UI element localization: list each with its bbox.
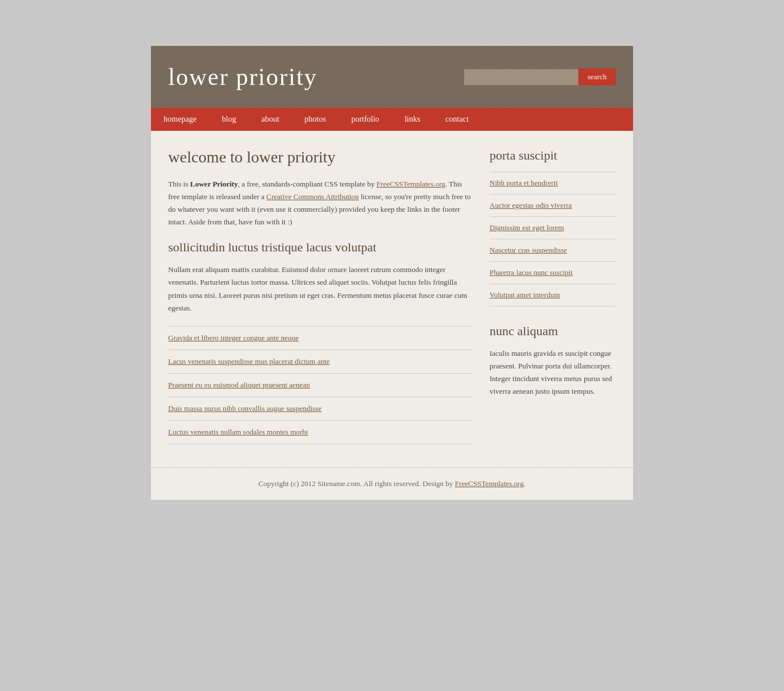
sidebar-link-list: Nibh porta et hendrerit Auctor egestas o…: [490, 172, 616, 306]
intro-text: This is Lower Priority, a free, standard…: [168, 178, 472, 228]
list-item: Gravida et libero integer congue ante ne…: [168, 326, 472, 350]
nav-about[interactable]: about: [249, 108, 292, 131]
list-item: Lacus venenatis suspendisse mus placerat…: [168, 350, 472, 373]
sidebar-section1-title: porta suscipit: [490, 148, 616, 163]
intro-text2: , a free, standards-compliant CSS templa…: [238, 180, 377, 188]
footer-freecss-link[interactable]: FreeCSSTemplates.org: [455, 479, 524, 488]
main-link-1[interactable]: Lacus venenatis suspendisse mus placerat…: [168, 357, 330, 366]
sidebar: porta suscipit Nibh porta et hendrerit A…: [490, 148, 616, 450]
list-item: Duis massa purus nibh convallis augue su…: [168, 397, 472, 420]
site-footer: Copyright (c) 2012 Sitename.com. All rig…: [151, 467, 633, 500]
nav-portfolio[interactable]: portfolio: [339, 108, 392, 131]
body-text: Nullam erat aliquam mattis curabitur. Eu…: [168, 263, 472, 314]
main-link-0[interactable]: Gravida et libero integer congue ante ne…: [168, 333, 298, 342]
nav-photos[interactable]: photos: [292, 108, 339, 131]
creative-commons-link[interactable]: Creative Commons Attribution: [266, 192, 359, 201]
nav-contact[interactable]: contact: [433, 108, 481, 131]
sidebar-link-4[interactable]: Pharetra lacus nunc suscipit: [490, 268, 573, 277]
list-item: Volutpat amet interdum: [490, 284, 616, 306]
sidebar-link-3[interactable]: Nascetur cras suspendisse: [490, 246, 567, 254]
search-button[interactable]: search: [579, 68, 616, 86]
nav-links[interactable]: links: [392, 108, 433, 131]
search-form[interactable]: search: [464, 68, 616, 86]
footer-text: Copyright (c) 2012 Sitename.com. All rig…: [258, 479, 455, 488]
section-title: sollicitudin luctus tristique lacus volu…: [168, 240, 472, 255]
search-input[interactable]: [464, 69, 579, 86]
site-title: lower priority: [168, 63, 317, 91]
page-wrapper: lower priority search homepage blog abou…: [151, 46, 633, 500]
sidebar-link-1[interactable]: Auctor egestas odio viverra: [490, 201, 572, 209]
footer-text-end: .: [523, 479, 525, 488]
list-item: Nibh porta et hendrerit: [490, 172, 616, 194]
main-content: welcome to lower priority This is Lower …: [168, 148, 472, 450]
list-item: Dignissim est eget lorem: [490, 216, 616, 239]
main-link-2[interactable]: Praesent eu eu euismod aliquet praesent …: [168, 381, 310, 389]
sidebar-link-0[interactable]: Nibh porta et hendrerit: [490, 178, 558, 187]
page-title: welcome to lower priority: [168, 148, 472, 166]
site-header: lower priority search: [151, 46, 633, 108]
list-item: Luctus venenatis nullam sodales montes m…: [168, 420, 472, 444]
main-link-4[interactable]: Luctus venenatis nullam sodales montes m…: [168, 428, 308, 436]
sidebar-section1: porta suscipit Nibh porta et hendrerit A…: [490, 148, 616, 306]
sidebar-link-5[interactable]: Volutpat amet interdum: [490, 290, 560, 299]
sidebar-section2-text: Iaculis mauris gravida et suscipit congu…: [490, 347, 616, 398]
main-link-3[interactable]: Duis massa purus nibh convallis augue su…: [168, 404, 321, 413]
list-item: Pharetra lacus nunc suscipit: [490, 261, 616, 284]
sidebar-section2: nunc aliquam Iaculis mauris gravida et s…: [490, 324, 616, 398]
sidebar-section2-title: nunc aliquam: [490, 324, 616, 339]
main-link-list: Gravida et libero integer congue ante ne…: [168, 326, 472, 444]
list-item: Praesent eu eu euismod aliquet praesent …: [168, 373, 472, 397]
intro-bold: Lower Priority: [190, 180, 238, 188]
nav-blog[interactable]: blog: [209, 108, 249, 131]
nav-homepage[interactable]: homepage: [151, 108, 209, 131]
main-nav: homepage blog about photos portfolio lin…: [151, 108, 633, 131]
sidebar-link-2[interactable]: Dignissim est eget lorem: [490, 223, 564, 232]
list-item: Auctor egestas odio viverra: [490, 194, 616, 216]
content-wrapper: welcome to lower priority This is Lower …: [151, 131, 633, 467]
intro-text1: This is: [168, 180, 190, 188]
freecss-link1[interactable]: FreeCSSTemplates.org: [377, 180, 445, 188]
list-item: Nascetur cras suspendisse: [490, 239, 616, 261]
